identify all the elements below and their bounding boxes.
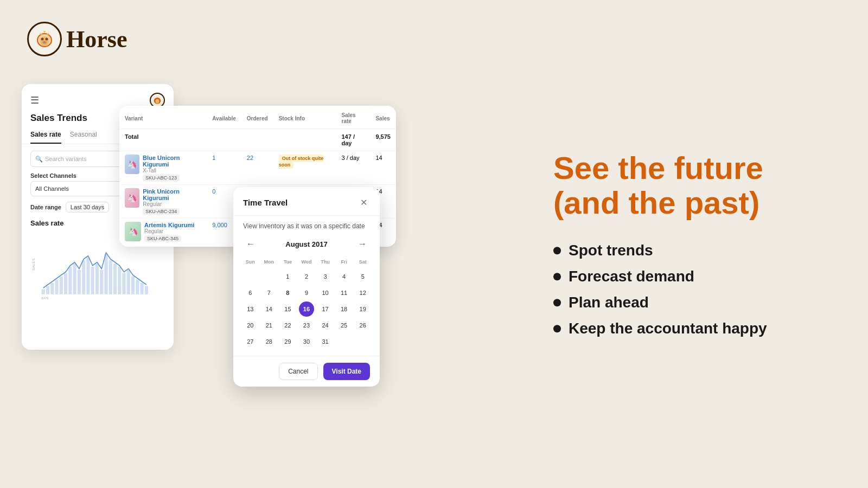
product-image-1: 🦄 bbox=[125, 155, 139, 174]
product-image-2: 🦄 bbox=[125, 188, 139, 208]
headline: See the future (and the past) bbox=[553, 151, 835, 220]
search-placeholder: Search variants bbox=[45, 156, 86, 162]
screenshots-area: ☰ Sales Trends Export CSV Sales rate Sea… bbox=[22, 84, 418, 464]
calendar-day[interactable]: 6 bbox=[242, 285, 258, 300]
svg-rect-34 bbox=[131, 277, 135, 294]
svg-rect-31 bbox=[118, 267, 121, 294]
calendar-day[interactable]: 21 bbox=[261, 318, 277, 333]
sales-1: 14 bbox=[370, 151, 396, 185]
svg-rect-30 bbox=[113, 264, 117, 294]
variant-type-1: X-Tall bbox=[143, 168, 201, 174]
svg-rect-27 bbox=[100, 270, 103, 294]
tab-sales-rate[interactable]: Sales rate bbox=[30, 131, 61, 144]
calendar-day[interactable]: 4 bbox=[336, 269, 352, 284]
logo: Horse bbox=[27, 22, 127, 56]
calendar-day[interactable]: 29 bbox=[280, 334, 295, 349]
svg-point-11 bbox=[155, 99, 159, 104]
svg-point-4 bbox=[46, 38, 48, 41]
calendar-day[interactable]: 25 bbox=[336, 318, 352, 333]
sku-badge-3: SKU-ABC-345 bbox=[144, 235, 181, 242]
svg-rect-15 bbox=[46, 286, 49, 294]
svg-rect-24 bbox=[86, 257, 90, 294]
bullet-item-4: Keep the accountant happy bbox=[553, 320, 835, 337]
calendar-day[interactable]: 15 bbox=[280, 301, 295, 317]
day-names-row: Sun Mon Tue Wed Thu Fri Sat bbox=[241, 257, 372, 267]
svg-rect-23 bbox=[82, 260, 85, 294]
calendar-day[interactable]: 16 bbox=[299, 301, 314, 317]
time-travel-modal: Time Travel ✕ View inventory as it was o… bbox=[233, 187, 380, 387]
calendar-day[interactable]: 5 bbox=[355, 269, 371, 284]
total-sales: 9,575 bbox=[370, 129, 396, 151]
date-range-select[interactable]: Last 30 days bbox=[66, 202, 109, 213]
variant-name-1[interactable]: Blue Unicorn Kigurumi bbox=[143, 155, 201, 168]
calendar-day[interactable]: 1 bbox=[280, 269, 295, 284]
calendar-day[interactable]: 22 bbox=[280, 318, 295, 333]
calendar-day[interactable]: 7 bbox=[261, 285, 277, 300]
prev-month-button[interactable]: ← bbox=[243, 236, 258, 252]
svg-rect-21 bbox=[73, 264, 76, 294]
calendar-day[interactable]: 11 bbox=[336, 285, 352, 300]
date-range-label: Date range bbox=[30, 204, 61, 210]
variant-type-2: Regular bbox=[143, 201, 201, 207]
hamburger-icon[interactable]: ☰ bbox=[30, 94, 39, 106]
svg-rect-32 bbox=[122, 273, 125, 294]
calendar-day[interactable]: 14 bbox=[261, 301, 277, 317]
product-image-3: 🦄 bbox=[125, 222, 141, 241]
available-1[interactable]: 1 bbox=[212, 155, 215, 161]
svg-rect-35 bbox=[136, 280, 139, 294]
headline-line2: (and the past) bbox=[553, 185, 835, 220]
cancel-button[interactable]: Cancel bbox=[279, 363, 317, 380]
modal-header: Time Travel ✕ bbox=[233, 187, 380, 216]
svg-rect-17 bbox=[55, 280, 58, 294]
calendar-day[interactable]: 30 bbox=[299, 334, 314, 349]
bullet-item-1: Spot trends bbox=[553, 242, 835, 259]
sku-badge-1: SKU-ABC-123 bbox=[143, 175, 180, 181]
tab-seasonal[interactable]: Seasonal bbox=[70, 131, 97, 144]
svg-rect-14 bbox=[42, 289, 45, 294]
svg-rect-20 bbox=[68, 267, 72, 294]
bullet-dot-2 bbox=[553, 273, 561, 280]
variant-name-2[interactable]: Pink Unicorn Kigurumi bbox=[143, 188, 201, 201]
panel-title: Sales Trends bbox=[30, 113, 87, 124]
col-stock-info: Stock Info bbox=[273, 106, 336, 129]
calendar-grid: Sun Mon Tue Wed Thu Fri Sat 123456789101… bbox=[233, 257, 380, 356]
calendar-day[interactable]: 8 bbox=[280, 285, 295, 300]
svg-rect-36 bbox=[141, 283, 144, 294]
svg-rect-16 bbox=[50, 283, 54, 294]
calendar-day[interactable]: 20 bbox=[242, 318, 258, 333]
sku-badge-2: SKU-ABC-234 bbox=[143, 208, 180, 215]
calendar-day[interactable]: 17 bbox=[318, 301, 333, 317]
visit-date-button[interactable]: Visit Date bbox=[323, 363, 370, 380]
modal-subtitle: View inventory as it was on a specific d… bbox=[233, 216, 380, 234]
calendar-day[interactable]: 18 bbox=[336, 301, 352, 317]
calendar-day[interactable]: 31 bbox=[318, 334, 333, 349]
calendar-day[interactable]: 13 bbox=[242, 301, 258, 317]
variant-name-3[interactable]: Artemis Kigurumi bbox=[144, 222, 194, 228]
sales-rate-1: 3 / day bbox=[336, 151, 370, 185]
svg-rect-19 bbox=[64, 273, 67, 294]
calendar-day[interactable]: 26 bbox=[355, 318, 371, 333]
logo-text: Horse bbox=[66, 25, 127, 53]
calendar-day[interactable]: 19 bbox=[355, 301, 371, 317]
svg-rect-37 bbox=[145, 286, 148, 294]
available-2[interactable]: 0 bbox=[212, 188, 215, 195]
bullet-dot-4 bbox=[553, 325, 561, 332]
bullet-dot-1 bbox=[553, 247, 561, 254]
calendar-days: 1234567891011121314151617181920212223242… bbox=[241, 269, 372, 349]
close-icon[interactable]: ✕ bbox=[357, 196, 370, 209]
calendar-day[interactable]: 2 bbox=[299, 269, 314, 284]
available-3[interactable]: 9,000 bbox=[212, 222, 227, 228]
calendar-day[interactable]: 24 bbox=[318, 318, 333, 333]
calendar-day[interactable]: 23 bbox=[299, 318, 314, 333]
calendar-day[interactable]: 10 bbox=[318, 285, 333, 300]
calendar-month: August 2017 bbox=[285, 240, 327, 248]
svg-rect-26 bbox=[95, 264, 99, 294]
calendar-day[interactable]: 3 bbox=[318, 269, 333, 284]
col-available: Available bbox=[207, 106, 241, 129]
ordered-1[interactable]: 22 bbox=[247, 155, 253, 161]
calendar-day[interactable]: 28 bbox=[261, 334, 277, 349]
calendar-day[interactable]: 27 bbox=[242, 334, 258, 349]
calendar-day[interactable]: 12 bbox=[355, 285, 371, 300]
calendar-day[interactable]: 9 bbox=[299, 285, 314, 300]
next-month-button[interactable]: → bbox=[355, 236, 370, 252]
